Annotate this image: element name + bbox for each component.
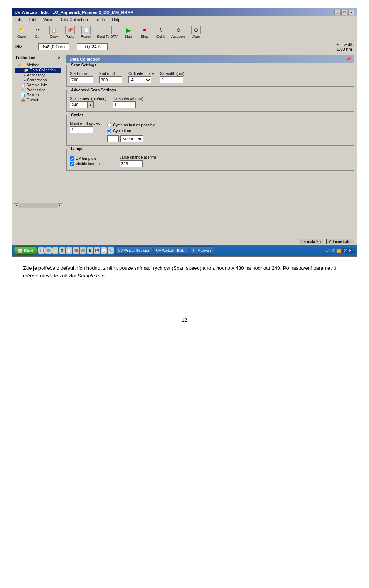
tree-item-sample-info[interactable]: 📋 Sample Info — [15, 83, 62, 88]
cut-button[interactable]: ✂ Cut — [31, 25, 45, 39]
ordinate-select[interactable]: A %T — [128, 76, 151, 83]
lamp-change-input[interactable] — [120, 160, 143, 167]
user-status: Administrator — [326, 239, 354, 244]
tree-item-data-collection[interactable]: − 📁 Data Collection — [15, 68, 62, 73]
scan-speed-dropdown[interactable]: ▼ — [88, 101, 94, 108]
scroll-right[interactable]: ▸ — [58, 203, 62, 208]
slit-width-input[interactable] — [160, 76, 183, 83]
panel-header: Data Collection 📌 — [66, 55, 354, 63]
tree-item-processing[interactable]: 🔧 Processing — [15, 88, 62, 93]
stop-icon: ■ — [140, 26, 149, 34]
taskbar-system-tray: 🔊 🖨 📶 21:52 — [326, 248, 355, 253]
taskbar-icon-5[interactable]: 📋 — [66, 247, 72, 254]
open-button[interactable]: 📂 Open — [15, 25, 28, 39]
folder-list-close[interactable]: × — [58, 56, 60, 60]
start-icon: ▶ — [124, 26, 133, 34]
scan-speed-label: Scan speed (nm/min) — [70, 96, 106, 101]
menu-data-collection[interactable]: Data Collection — [58, 17, 90, 22]
menu-file[interactable]: File — [14, 17, 24, 22]
cycle-mode-group: Cycle as fast as possible Cycle time sec… — [107, 123, 155, 142]
radio-fast-label: Cycle as fast as possible — [113, 123, 155, 127]
menu-view[interactable]: View — [42, 17, 54, 22]
tree-item-output[interactable]: 📤 Output — [15, 98, 62, 103]
scroll-track[interactable] — [18, 203, 58, 208]
start-nm-input[interactable] — [70, 76, 93, 83]
taskbar-icon-7[interactable]: 🟩 — [80, 247, 86, 254]
scan-speed-row: ▼ — [70, 101, 106, 108]
scan-speed-input[interactable] — [70, 101, 88, 108]
radio-cycle-time: Cycle time — [107, 129, 155, 133]
radio-cycle-time-input[interactable] — [107, 129, 111, 133]
folder-tree: − 📁 Method − 📁 Data Collection ▸ Accesso… — [14, 62, 62, 103]
uv-lamp-label: UV lamp on — [76, 156, 96, 161]
main-window: UV WinLab - Edit - LO_Prijmeni1_Prijmeni… — [12, 8, 357, 257]
tree-item-accessory[interactable]: ▸ Accessory — [15, 73, 62, 78]
window-title: UV WinLab - Edit - LO_Prijmeni1_Prijmeni… — [15, 10, 133, 15]
data-interval-input[interactable] — [113, 101, 136, 108]
paste-button[interactable]: 📌 Paste — [63, 25, 77, 39]
send-to-dpv-button[interactable]: → Send To DPV — [95, 25, 119, 39]
tree-item-results[interactable]: 📊 Results — [15, 93, 62, 98]
copy-button[interactable]: 📋 Copy — [47, 25, 61, 39]
tree-label-sample-info: Sample Info — [27, 83, 47, 87]
doc-icon-accessory: ▸ — [24, 73, 26, 77]
slit-value: 1,00 nm — [337, 47, 354, 51]
cycle-time-row: seconds minutes — [107, 135, 155, 142]
report-button[interactable]: 📄 Report — [79, 25, 93, 39]
body-paragraph: Zde je potřeba z defaultních hodnot změn… — [23, 264, 346, 279]
tray-icons: 🔊 🖨 📶 — [326, 249, 341, 253]
body-text: Zde je potřeba z defaultních hodnot změn… — [12, 257, 357, 290]
menu-tools[interactable]: Tools — [93, 17, 106, 22]
slit-width-label: Slit width (nm) — [160, 71, 184, 76]
num-cycles-input[interactable] — [70, 126, 93, 133]
taskbar-icon-9[interactable]: 💾 — [94, 247, 100, 254]
cycle-time-input[interactable] — [107, 135, 119, 142]
start-toolbar-button[interactable]: ▶ Start — [121, 25, 135, 39]
lamp-checkboxes: UV lamp on Visible lamp on — [70, 155, 102, 166]
uv-lamp-checkbox[interactable] — [70, 156, 74, 161]
maximize-button[interactable]: □ — [341, 10, 347, 15]
get-lambda-button[interactable]: λ Get λ — [154, 25, 168, 39]
doc-icon-output: 📤 — [21, 98, 25, 102]
end-nm-label: End (nm) — [99, 71, 122, 76]
cycle-time-unit-select[interactable]: seconds minutes — [120, 135, 143, 142]
tree-item-corrections[interactable]: ▸ Corrections — [15, 78, 62, 83]
data-panel: Data Collection 📌 Scan Settings Start (n… — [64, 53, 357, 238]
menu-bar: File Edit View Data Collection Tools Hel… — [12, 16, 357, 23]
data-interval-label: Data interval (nm) — [113, 96, 143, 101]
end-nm-input[interactable] — [99, 76, 122, 83]
autozero-button[interactable]: ⊘ Autozero — [170, 25, 187, 39]
taskbar-icon-2[interactable]: 🌐 — [45, 247, 52, 254]
scroll-left[interactable]: ◂ — [14, 203, 18, 208]
taskbar-icon-10[interactable]: 📊 — [101, 247, 107, 254]
main-content: Folder List × − 📁 Method − 📁 Data Collec… — [12, 53, 357, 238]
visible-lamp-checkbox[interactable] — [70, 162, 74, 166]
tree-item-method[interactable]: − 📁 Method — [15, 63, 62, 68]
scan-settings-label: Scan Settings — [70, 63, 98, 67]
tree-label-method: Method — [27, 63, 39, 67]
menu-edit[interactable]: Edit — [28, 17, 38, 22]
stop-toolbar-button[interactable]: ■ Stop — [138, 25, 151, 39]
folder-icon-method: 📁 — [21, 63, 25, 67]
align-button[interactable]: ⊕ Align — [189, 25, 203, 39]
taskbar-icon-3[interactable]: 📁 — [52, 247, 58, 254]
radio-fast-input[interactable] — [107, 123, 111, 127]
taskbar-explorer[interactable]: UV WinLab Explorer — [115, 246, 152, 255]
close-button[interactable]: × — [348, 10, 354, 15]
taskbar-icon-11[interactable]: 🔧 — [108, 247, 114, 254]
advanced-scan-label: Advanced Scan Settings — [70, 88, 117, 92]
start-menu-button[interactable]: 🪟 Start — [14, 246, 37, 255]
taskbar-icon-8[interactable]: 🖥 — [87, 247, 93, 254]
data-interval-field: Data interval (nm) — [113, 96, 143, 108]
taskbar-icon-6[interactable]: 🔴 — [73, 247, 79, 254]
num-cycles-label: Number of cycles — [70, 121, 100, 126]
minimize-button[interactable]: _ — [334, 10, 341, 15]
taskbar-icon-1[interactable]: 🔲 — [38, 247, 45, 254]
page-number: 12 — [0, 306, 369, 331]
taskbar-edit[interactable]: UV WinLab - Edit... — [154, 246, 189, 255]
taskbar-icon-4[interactable]: ⚙ — [59, 247, 65, 254]
taskbar-paint[interactable]: 8 - Malování — [190, 246, 214, 255]
menu-help[interactable]: Help — [110, 17, 122, 22]
body-text-main: Zde je potřeba z defaultních hodnot změn… — [23, 265, 336, 279]
doc-icon-results: 📊 — [21, 93, 25, 97]
